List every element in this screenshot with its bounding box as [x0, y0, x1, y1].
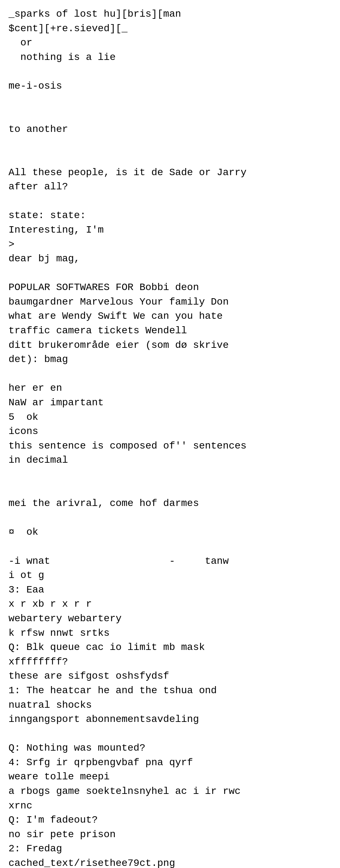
main-content: _sparks of lost hu][bris][man $cent][+re… — [8, 7, 332, 868]
